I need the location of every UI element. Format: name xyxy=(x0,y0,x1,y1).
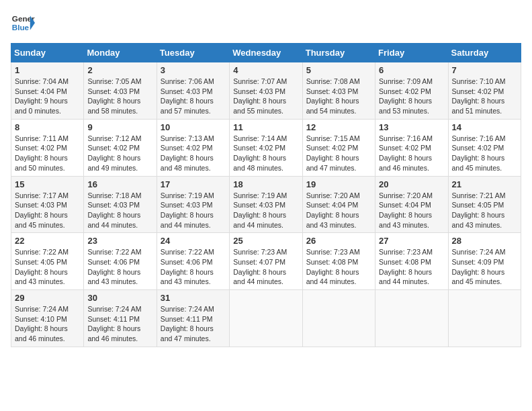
day-info: Sunrise: 7:19 AM Sunset: 4:03 PM Dayligh… xyxy=(161,191,226,230)
day-info: Sunrise: 7:07 AM Sunset: 4:03 PM Dayligh… xyxy=(233,77,298,116)
day-number: 10 xyxy=(161,122,226,132)
calendar-cell: 15 Sunrise: 7:17 AM Sunset: 4:03 PM Dayl… xyxy=(11,176,84,233)
day-number: 12 xyxy=(306,122,371,132)
day-number: 18 xyxy=(233,179,298,189)
day-number: 6 xyxy=(379,65,444,75)
calendar-cell: 4 Sunrise: 7:07 AM Sunset: 4:03 PM Dayli… xyxy=(230,62,302,120)
calendar-cell: 26 Sunrise: 7:23 AM Sunset: 4:08 PM Dayl… xyxy=(302,233,375,290)
calendar-cell: 8 Sunrise: 7:11 AM Sunset: 4:02 PM Dayli… xyxy=(11,119,84,176)
day-header-saturday: Saturday xyxy=(448,44,521,62)
calendar-cell: 1 Sunrise: 7:04 AM Sunset: 4:04 PM Dayli… xyxy=(11,62,84,120)
day-info: Sunrise: 7:23 AM Sunset: 4:08 PM Dayligh… xyxy=(379,247,444,287)
calendar-cell: 16 Sunrise: 7:18 AM Sunset: 4:03 PM Dayl… xyxy=(84,176,157,233)
day-number: 13 xyxy=(379,122,444,132)
calendar-cell: 19 Sunrise: 7:20 AM Sunset: 4:04 PM Dayl… xyxy=(302,176,375,233)
day-number: 31 xyxy=(161,293,226,303)
day-info: Sunrise: 7:21 AM Sunset: 4:05 PM Dayligh… xyxy=(452,191,517,230)
day-info: Sunrise: 7:12 AM Sunset: 4:02 PM Dayligh… xyxy=(87,134,152,173)
day-header-tuesday: Tuesday xyxy=(157,44,229,62)
day-number: 5 xyxy=(306,65,371,75)
day-info: Sunrise: 7:09 AM Sunset: 4:02 PM Dayligh… xyxy=(379,77,444,116)
day-info: Sunrise: 7:11 AM Sunset: 4:02 PM Dayligh… xyxy=(15,134,80,173)
day-number: 24 xyxy=(161,236,226,246)
calendar-cell: 28 Sunrise: 7:24 AM Sunset: 4:09 PM Dayl… xyxy=(448,233,521,290)
day-info: Sunrise: 7:10 AM Sunset: 4:02 PM Dayligh… xyxy=(452,77,517,116)
logo-icon: General Blue xyxy=(11,11,35,35)
day-number: 26 xyxy=(306,236,371,246)
day-number: 17 xyxy=(161,179,226,189)
day-info: Sunrise: 7:08 AM Sunset: 4:03 PM Dayligh… xyxy=(306,77,371,116)
day-number: 22 xyxy=(15,236,80,246)
calendar-cell: 5 Sunrise: 7:08 AM Sunset: 4:03 PM Dayli… xyxy=(302,62,375,120)
calendar-cell: 7 Sunrise: 7:10 AM Sunset: 4:02 PM Dayli… xyxy=(448,62,521,120)
day-number: 15 xyxy=(15,179,80,189)
day-info: Sunrise: 7:22 AM Sunset: 4:06 PM Dayligh… xyxy=(161,247,226,287)
calendar-cell: 2 Sunrise: 7:05 AM Sunset: 4:03 PM Dayli… xyxy=(84,62,157,120)
day-info: Sunrise: 7:24 AM Sunset: 4:11 PM Dayligh… xyxy=(161,304,226,344)
day-info: Sunrise: 7:24 AM Sunset: 4:09 PM Dayligh… xyxy=(452,247,517,287)
day-info: Sunrise: 7:06 AM Sunset: 4:03 PM Dayligh… xyxy=(161,77,226,116)
calendar-cell: 9 Sunrise: 7:12 AM Sunset: 4:02 PM Dayli… xyxy=(84,119,157,176)
day-info: Sunrise: 7:16 AM Sunset: 4:02 PM Dayligh… xyxy=(452,134,517,173)
calendar-cell: 20 Sunrise: 7:20 AM Sunset: 4:04 PM Dayl… xyxy=(375,176,448,233)
day-info: Sunrise: 7:16 AM Sunset: 4:02 PM Dayligh… xyxy=(379,134,444,173)
day-info: Sunrise: 7:23 AM Sunset: 4:07 PM Dayligh… xyxy=(233,247,298,287)
day-number: 7 xyxy=(452,65,517,75)
day-number: 20 xyxy=(379,179,444,189)
calendar-cell: 21 Sunrise: 7:21 AM Sunset: 4:05 PM Dayl… xyxy=(448,176,521,233)
logo: General Blue xyxy=(11,11,35,35)
day-number: 21 xyxy=(452,179,517,189)
day-info: Sunrise: 7:15 AM Sunset: 4:02 PM Dayligh… xyxy=(306,134,371,173)
day-number: 19 xyxy=(306,179,371,189)
day-number: 16 xyxy=(87,179,152,189)
day-number: 27 xyxy=(379,236,444,246)
day-info: Sunrise: 7:04 AM Sunset: 4:04 PM Dayligh… xyxy=(15,77,80,116)
calendar-cell xyxy=(302,290,375,347)
calendar-cell xyxy=(448,290,521,347)
day-number: 30 xyxy=(87,293,152,303)
day-header-sunday: Sunday xyxy=(11,44,84,62)
calendar-cell: 3 Sunrise: 7:06 AM Sunset: 4:03 PM Dayli… xyxy=(157,62,229,120)
day-info: Sunrise: 7:24 AM Sunset: 4:10 PM Dayligh… xyxy=(15,304,80,344)
day-number: 1 xyxy=(15,65,80,75)
day-info: Sunrise: 7:24 AM Sunset: 4:11 PM Dayligh… xyxy=(87,304,152,344)
day-info: Sunrise: 7:20 AM Sunset: 4:04 PM Dayligh… xyxy=(379,191,444,230)
day-info: Sunrise: 7:23 AM Sunset: 4:08 PM Dayligh… xyxy=(306,247,371,287)
calendar-table: SundayMondayTuesdayWednesdayThursdayFrid… xyxy=(11,43,521,347)
day-number: 28 xyxy=(452,236,517,246)
svg-text:Blue: Blue xyxy=(12,23,30,32)
calendar-cell: 14 Sunrise: 7:16 AM Sunset: 4:02 PM Dayl… xyxy=(448,119,521,176)
calendar-cell: 31 Sunrise: 7:24 AM Sunset: 4:11 PM Dayl… xyxy=(157,290,229,347)
calendar-cell: 22 Sunrise: 7:22 AM Sunset: 4:05 PM Dayl… xyxy=(11,233,84,290)
day-info: Sunrise: 7:22 AM Sunset: 4:05 PM Dayligh… xyxy=(15,247,80,287)
calendar-cell: 11 Sunrise: 7:14 AM Sunset: 4:02 PM Dayl… xyxy=(230,119,302,176)
calendar-cell: 29 Sunrise: 7:24 AM Sunset: 4:10 PM Dayl… xyxy=(11,290,84,347)
calendar-cell: 27 Sunrise: 7:23 AM Sunset: 4:08 PM Dayl… xyxy=(375,233,448,290)
day-info: Sunrise: 7:13 AM Sunset: 4:02 PM Dayligh… xyxy=(161,134,226,173)
calendar-cell: 17 Sunrise: 7:19 AM Sunset: 4:03 PM Dayl… xyxy=(157,176,229,233)
day-number: 23 xyxy=(87,236,152,246)
day-number: 9 xyxy=(87,122,152,132)
calendar-cell: 18 Sunrise: 7:19 AM Sunset: 4:03 PM Dayl… xyxy=(230,176,302,233)
calendar-cell xyxy=(375,290,448,347)
calendar-cell: 24 Sunrise: 7:22 AM Sunset: 4:06 PM Dayl… xyxy=(157,233,229,290)
day-info: Sunrise: 7:20 AM Sunset: 4:04 PM Dayligh… xyxy=(306,191,371,230)
day-info: Sunrise: 7:14 AM Sunset: 4:02 PM Dayligh… xyxy=(233,134,298,173)
day-info: Sunrise: 7:19 AM Sunset: 4:03 PM Dayligh… xyxy=(233,191,298,230)
calendar-cell: 30 Sunrise: 7:24 AM Sunset: 4:11 PM Dayl… xyxy=(84,290,157,347)
day-header-monday: Monday xyxy=(84,44,157,62)
calendar-cell xyxy=(230,290,302,347)
calendar-cell: 10 Sunrise: 7:13 AM Sunset: 4:02 PM Dayl… xyxy=(157,119,229,176)
day-header-friday: Friday xyxy=(375,44,448,62)
day-info: Sunrise: 7:18 AM Sunset: 4:03 PM Dayligh… xyxy=(87,191,152,230)
day-info: Sunrise: 7:17 AM Sunset: 4:03 PM Dayligh… xyxy=(15,191,80,230)
day-header-thursday: Thursday xyxy=(302,44,375,62)
day-info: Sunrise: 7:05 AM Sunset: 4:03 PM Dayligh… xyxy=(87,77,152,116)
page-header: General Blue xyxy=(11,11,521,35)
calendar-cell: 13 Sunrise: 7:16 AM Sunset: 4:02 PM Dayl… xyxy=(375,119,448,176)
calendar-cell: 6 Sunrise: 7:09 AM Sunset: 4:02 PM Dayli… xyxy=(375,62,448,120)
calendar-cell: 23 Sunrise: 7:22 AM Sunset: 4:06 PM Dayl… xyxy=(84,233,157,290)
day-number: 14 xyxy=(452,122,517,132)
day-info: Sunrise: 7:22 AM Sunset: 4:06 PM Dayligh… xyxy=(87,247,152,287)
day-header-wednesday: Wednesday xyxy=(230,44,302,62)
